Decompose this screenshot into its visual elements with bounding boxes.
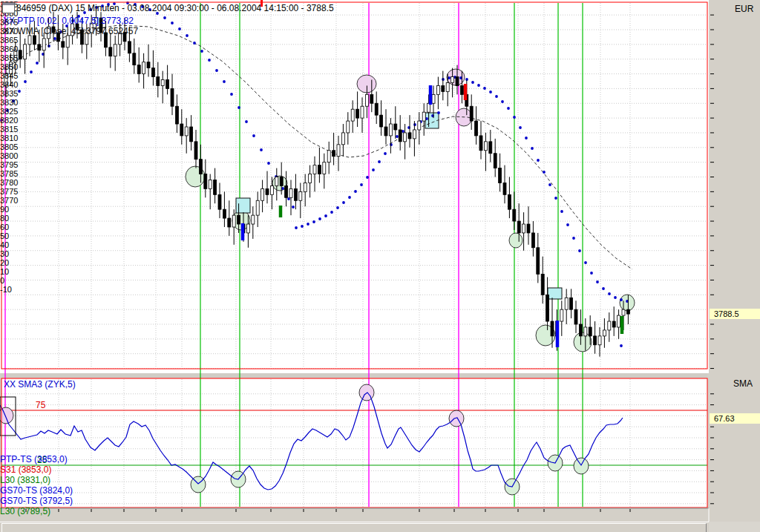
h-scrollbar[interactable]: [0, 522, 709, 532]
scrollbar-thumb[interactable]: [1, 523, 707, 532]
scrollbar-corner: [709, 522, 760, 532]
window-pin-icon[interactable]: [2, 2, 15, 13]
oscillator-axis[interactable]: [709, 373, 760, 508]
chart-window: 846959 (DAX) 15 Minuten - 03.08.2004 09:…: [0, 0, 760, 532]
chart-canvas[interactable]: [0, 0, 760, 532]
price-axis[interactable]: [709, 0, 760, 373]
time-axis[interactable]: [0, 508, 760, 522]
